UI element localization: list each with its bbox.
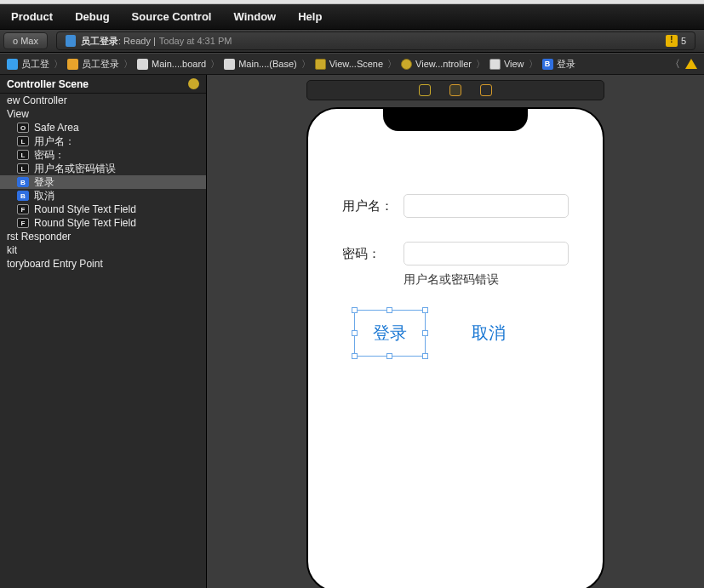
status-time: Today at 4:31 PM <box>159 36 232 46</box>
outline-row[interactable]: toryboard Entry Point <box>0 257 206 271</box>
type-badge-icon: L <box>17 163 29 174</box>
outline-row-label: kit <box>7 244 17 256</box>
scheme-label: o Max <box>13 36 38 46</box>
doc-icon <box>66 35 76 47</box>
outline-row[interactable]: B登录 <box>0 175 206 189</box>
outline-row-label: ew Controller <box>7 94 67 106</box>
device-preview[interactable]: 用户名： 密码： 用户名或密码错误 登录 <box>306 107 604 588</box>
main-split: Controller Scene ew ControllerViewOSafe … <box>0 75 704 588</box>
interface-builder-canvas[interactable]: 用户名： 密码： 用户名或密码错误 登录 <box>207 75 704 588</box>
outline-row-label: 登录 <box>34 175 54 190</box>
view-icon <box>489 59 501 70</box>
button-icon: B <box>542 59 553 70</box>
outline-row[interactable]: FRound Style Text Field <box>0 216 206 230</box>
cancel-button[interactable]: 取消 <box>456 313 521 353</box>
scheme-selector[interactable]: o Max <box>3 32 48 49</box>
status-state: : Ready | <box>118 36 156 46</box>
outline-row[interactable]: ew Controller <box>0 94 206 107</box>
activity-status-bar[interactable]: 员工登录 : Ready | Today at 4:31 PM 5 <box>56 31 695 50</box>
outline-row-label: 用户名： <box>34 134 75 149</box>
viewcontroller-icon <box>401 59 412 70</box>
outline-row-label: Round Style Text Field <box>34 217 136 229</box>
menu-debug[interactable]: Debug <box>64 10 120 23</box>
error-label[interactable]: 用户名或密码错误 <box>404 272 569 288</box>
crumb-storyboard[interactable]: Main....board <box>137 59 206 70</box>
menu-window[interactable]: Window <box>222 10 287 23</box>
outline-row-label: 用户名或密码错误 <box>34 162 116 176</box>
type-badge-icon: L <box>17 136 29 146</box>
viewcontroller-chip-icon[interactable] <box>419 84 431 96</box>
password-textfield[interactable] <box>404 242 569 265</box>
warning-count: 5 <box>681 36 686 46</box>
password-label[interactable]: 密码： <box>342 246 404 262</box>
type-badge-icon: L <box>17 150 29 160</box>
outline-header-label: Controller Scene <box>7 78 89 90</box>
menu-help[interactable]: Help <box>287 10 333 23</box>
jump-bar: 员工登〉 员工登录〉 Main....board〉 Main....(Base)… <box>0 53 704 75</box>
type-badge-icon: O <box>17 123 29 133</box>
exit-chip-icon[interactable] <box>480 84 492 96</box>
outline-row-label: rst Responder <box>7 231 71 243</box>
type-badge-icon: F <box>17 204 29 214</box>
crumb-controller[interactable]: View...ntroller <box>401 59 472 70</box>
type-badge-icon: F <box>17 218 29 228</box>
username-label[interactable]: 用户名： <box>342 198 404 214</box>
outline-row[interactable]: L密码： <box>0 148 206 162</box>
outline-row[interactable]: OSafe Area <box>0 121 206 134</box>
username-textfield[interactable] <box>404 194 569 218</box>
crumb-folder[interactable]: 员工登录 <box>67 58 119 71</box>
outline-row[interactable]: kit <box>0 243 206 257</box>
toolbar: o Max 员工登录 : Ready | Today at 4:31 PM 5 <box>0 29 704 53</box>
storyboard-icon <box>137 59 148 70</box>
document-outline[interactable]: Controller Scene ew ControllerViewOSafe … <box>0 75 207 588</box>
crumb-scene[interactable]: View...Scene <box>315 59 383 70</box>
outline-row-label: View <box>7 108 29 120</box>
warning-triangle-icon[interactable] <box>685 59 697 69</box>
type-badge-icon: B <box>17 191 29 201</box>
type-badge-icon: B <box>17 177 29 187</box>
scene-icon <box>315 59 326 70</box>
doc-icon <box>7 59 18 70</box>
outline-row-label: 取消 <box>34 189 54 203</box>
outline-row[interactable]: L用户名： <box>0 134 206 148</box>
crumb-project[interactable]: 员工登 <box>7 58 49 71</box>
outline-row-label: toryboard Entry Point <box>7 258 103 270</box>
nav-back-icon[interactable]: 〈 <box>670 57 680 71</box>
outline-row[interactable]: FRound Style Text Field <box>0 203 206 216</box>
login-form: 用户名： 密码： 用户名或密码错误 登录 <box>308 194 603 353</box>
outline-row-label: 密码： <box>34 148 65 163</box>
outline-row[interactable]: B取消 <box>0 189 206 203</box>
selection-box <box>354 310 426 357</box>
scene-indicator-icon <box>188 78 199 89</box>
status-app-name: 员工登录 <box>81 35 118 48</box>
outline-row[interactable]: rst Responder <box>0 230 206 243</box>
first-responder-chip-icon[interactable] <box>449 84 461 96</box>
outline-row[interactable]: L用户名或密码错误 <box>0 162 206 175</box>
crumb-base[interactable]: Main....(Base) <box>224 59 296 70</box>
crumb-view[interactable]: View <box>489 59 524 70</box>
storyboard-icon <box>224 59 235 70</box>
app-menubar: Product Debug Source Control Window Help <box>0 4 704 29</box>
outline-row-label: Round Style Text Field <box>34 203 136 215</box>
menu-source-control[interactable]: Source Control <box>121 10 223 23</box>
outline-row[interactable]: View <box>0 107 206 121</box>
scene-dock[interactable] <box>306 80 604 100</box>
menu-product[interactable]: Product <box>0 10 64 23</box>
crumb-button[interactable]: B登录 <box>542 58 575 71</box>
device-notch <box>383 109 528 131</box>
folder-icon <box>67 59 78 70</box>
outline-scene-header[interactable]: Controller Scene <box>0 75 206 94</box>
warning-icon[interactable] <box>666 35 678 47</box>
outline-row-label: Safe Area <box>34 122 79 134</box>
